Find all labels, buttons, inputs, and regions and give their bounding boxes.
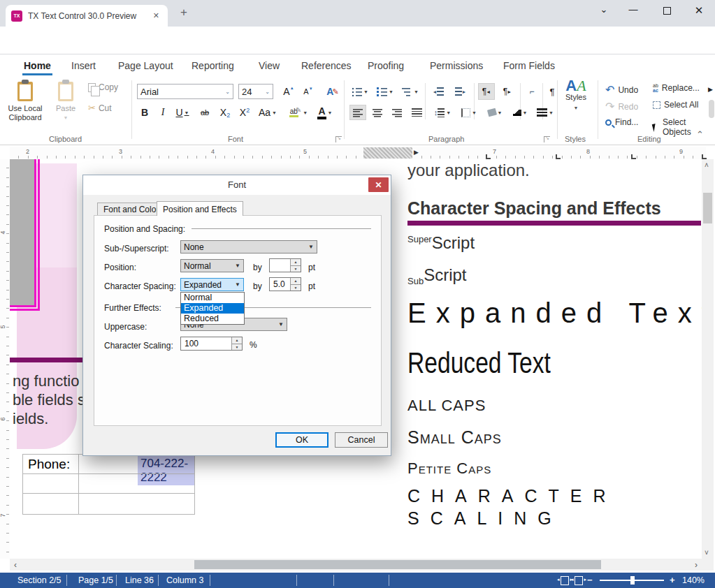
scroll-up-icon[interactable]: ˄ bbox=[705, 161, 709, 169]
dropdown-option-reduced[interactable]: Reduced bbox=[181, 314, 244, 324]
font-size-combobox[interactable]: 24 ⌄ bbox=[238, 84, 273, 99]
grow-font-button[interactable]: A▲ bbox=[281, 84, 296, 99]
tab-stop-marker[interactable] bbox=[556, 154, 561, 159]
table-cell[interactable]: 704-222-2222 bbox=[78, 454, 195, 474]
char-spacing-amount-spinner[interactable]: 5.0 ▲▼ bbox=[269, 277, 301, 291]
replace-button[interactable]: abac Replace... bbox=[653, 83, 700, 93]
ribbon-tab-insert[interactable]: Insert bbox=[70, 58, 97, 73]
zoom-level[interactable]: 140% bbox=[682, 575, 705, 585]
ribbon-tab-form-fields[interactable]: Form Fields bbox=[502, 58, 556, 73]
dialog-tab-font-color[interactable]: Font and Color bbox=[97, 203, 165, 216]
multilevel-list-button[interactable]: ▼ bbox=[400, 84, 421, 98]
position-amount-spinner[interactable]: ▲▼ bbox=[269, 258, 301, 272]
ribbon-tab-permissions[interactable]: Permissions bbox=[428, 58, 484, 73]
zoom-out-button[interactable]: − bbox=[587, 575, 593, 585]
font-color-button[interactable]: A▼ bbox=[315, 105, 335, 120]
char-spacing-dropdown[interactable]: Expanded ▼ bbox=[180, 278, 244, 291]
select-objects-button[interactable]: Select Objects bbox=[653, 117, 715, 137]
zoom-in-button[interactable]: + bbox=[670, 575, 675, 585]
dialog-titlebar[interactable]: Font ✕ bbox=[83, 175, 391, 195]
ribbon-tab-page-layout[interactable]: Page Layout bbox=[117, 58, 175, 73]
vertical-ruler[interactable]: 4 5 6 7 bbox=[0, 159, 10, 559]
zoom-slider[interactable] bbox=[600, 580, 664, 581]
vertical-scrollbar[interactable]: ˄ ˅ bbox=[702, 159, 714, 559]
status-section[interactable]: Section 2/5 bbox=[17, 575, 62, 585]
shrink-font-button[interactable]: A▼ bbox=[301, 84, 316, 99]
zoom-slider-thumb[interactable] bbox=[630, 576, 635, 585]
find-button[interactable]: Find... bbox=[605, 117, 638, 127]
window-maximize-button[interactable] bbox=[663, 7, 671, 15]
scroll-left-icon[interactable]: ‹ bbox=[14, 560, 17, 570]
redo-button[interactable]: ↷ Redo bbox=[605, 100, 638, 113]
tab-stop-marker[interactable] bbox=[702, 154, 707, 159]
tab-stop-marker[interactable] bbox=[631, 154, 636, 159]
scroll-down-icon[interactable]: ˅ bbox=[705, 549, 709, 557]
font-dialog-launcher-icon[interactable] bbox=[335, 136, 342, 142]
ribbon-tab-home[interactable]: Home bbox=[22, 58, 52, 75]
right-to-left-button[interactable]: ¶► bbox=[499, 83, 516, 100]
strikethrough-button[interactable]: ab bbox=[196, 105, 214, 120]
borders-button[interactable]: ▼ bbox=[458, 105, 479, 120]
styles-button[interactable]: AA Styles ▼ bbox=[556, 80, 595, 133]
superscript-button[interactable]: X2 bbox=[236, 105, 253, 120]
table-cell[interactable]: Phone: bbox=[22, 454, 79, 474]
undo-button[interactable]: ↶ Undo bbox=[605, 83, 638, 96]
dialog-tab-position-effects[interactable]: Position and Effects bbox=[157, 201, 243, 216]
select-all-button[interactable]: Select All bbox=[653, 100, 698, 110]
cut-button[interactable]: ✂ Cut bbox=[88, 103, 112, 113]
browser-tab[interactable]: TX TX Text Control 30.0 Preview ✕ bbox=[6, 5, 168, 27]
dropdown-option-expanded[interactable]: Expanded bbox=[181, 303, 244, 314]
horizontal-ruler[interactable]: 2 3 4 5 7 8 9 ▶ bbox=[10, 147, 706, 159]
fit-page-icon[interactable] bbox=[561, 576, 569, 585]
change-case-button[interactable]: Aa▼ bbox=[256, 105, 280, 120]
bold-button[interactable]: B bbox=[137, 105, 152, 120]
decrease-indent-button[interactable]: ◄ bbox=[429, 84, 447, 98]
left-to-right-button[interactable]: ¶◄ bbox=[478, 83, 495, 100]
border-color-button[interactable]: ▼ bbox=[509, 105, 531, 120]
numbered-list-button[interactable]: ▼ bbox=[375, 84, 396, 98]
spinner-buttons[interactable]: ▲▼ bbox=[290, 278, 301, 291]
ribbon-overflow-icon[interactable]: ▶ bbox=[708, 86, 713, 93]
use-local-clipboard-button[interactable]: Use Local Clipboard bbox=[4, 80, 46, 133]
char-spacing-amount-value[interactable]: 5.0 bbox=[270, 278, 290, 291]
scroll-right-icon[interactable]: › bbox=[695, 560, 698, 570]
text-break-button[interactable]: ⌐ bbox=[524, 84, 540, 98]
spinner-buttons[interactable]: ▲▼ bbox=[231, 337, 242, 350]
table-cell[interactable] bbox=[78, 493, 195, 515]
ribbon-tab-references[interactable]: References bbox=[300, 58, 353, 73]
tab-close-icon[interactable]: ✕ bbox=[150, 10, 162, 22]
horizontal-scroll-thumb[interactable] bbox=[194, 560, 601, 569]
horizontal-scrollbar[interactable]: ‹ › bbox=[10, 559, 702, 571]
char-scaling-value[interactable]: 100 bbox=[181, 337, 231, 350]
line-spacing-button[interactable]: ↕ ▼ bbox=[431, 105, 454, 120]
shading-button[interactable]: ▼ bbox=[484, 105, 506, 120]
bullet-list-button[interactable]: ▼ bbox=[349, 84, 370, 98]
status-column[interactable]: Column 3 bbox=[166, 575, 204, 585]
cancel-button[interactable]: Cancel bbox=[335, 432, 388, 448]
vertical-scroll-thumb[interactable] bbox=[703, 193, 712, 223]
ribbon-tab-reporting[interactable]: Reporting bbox=[190, 58, 236, 73]
char-scaling-spinner[interactable]: 100 ▲▼ bbox=[180, 337, 243, 351]
status-page[interactable]: Page 1/5 bbox=[78, 575, 113, 585]
align-left-button[interactable] bbox=[349, 105, 366, 120]
window-close-button[interactable]: ✕ bbox=[689, 4, 709, 17]
underline-button[interactable]: U▼ bbox=[172, 105, 193, 120]
dialog-close-button[interactable]: ✕ bbox=[368, 177, 389, 192]
position-dropdown[interactable]: Normal ▼ bbox=[180, 259, 244, 272]
char-spacing-open-list[interactable]: Normal Expanded Reduced bbox=[180, 292, 245, 325]
ribbon-tab-proofing[interactable]: Proofing bbox=[366, 58, 405, 73]
window-minimize-button[interactable]: — bbox=[623, 4, 643, 15]
spinner-buttons[interactable]: ▲▼ bbox=[290, 259, 301, 272]
dropdown-option-normal[interactable]: Normal bbox=[181, 293, 244, 303]
align-center-button[interactable] bbox=[369, 105, 386, 120]
subscript-button[interactable]: X2 bbox=[217, 105, 233, 120]
highlight-color-button[interactable]: ab✎▼ bbox=[287, 105, 310, 120]
table-cell[interactable] bbox=[22, 493, 79, 515]
position-amount-value[interactable] bbox=[270, 259, 290, 272]
align-right-button[interactable] bbox=[389, 105, 405, 120]
copy-button[interactable]: Copy bbox=[88, 82, 118, 92]
italic-button[interactable]: I bbox=[157, 105, 169, 120]
increase-indent-button[interactable]: ► bbox=[452, 84, 470, 98]
align-justify-button[interactable] bbox=[408, 105, 425, 120]
table-cell[interactable] bbox=[78, 473, 195, 494]
